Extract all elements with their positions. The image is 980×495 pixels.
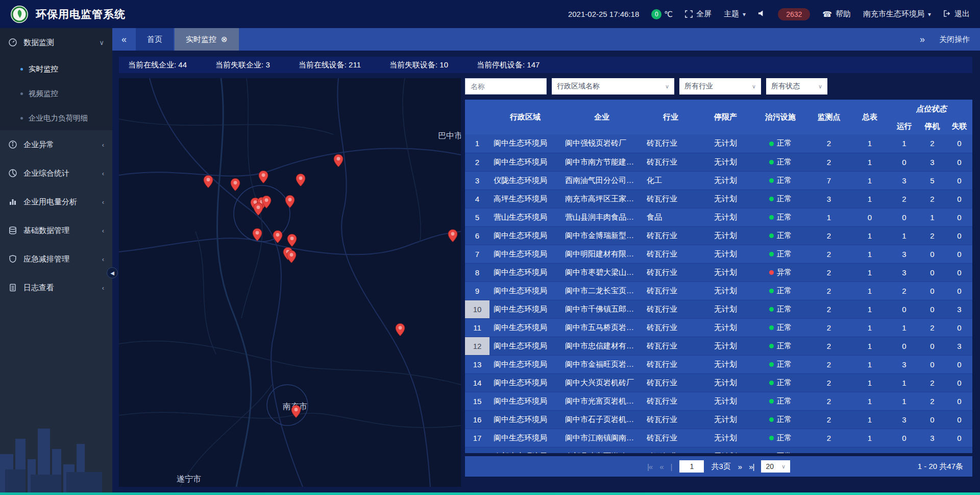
cell-lost: 0	[946, 245, 972, 263]
cell-company[interactable]: 阆中市枣碧大梁山页岩	[561, 263, 643, 281]
cell-company[interactable]: 阆中市忠信建材有限公	[561, 337, 643, 355]
map-pin[interactable]	[252, 228, 262, 243]
sidebar-group-数据监测[interactable]: 数据监测∨	[0, 28, 112, 57]
table-row[interactable]: 2阆中生态环境局阆中市南方节能建材有砖瓦行业无计划正常21030	[465, 153, 972, 171]
help-button[interactable]: ☎ 帮助	[822, 9, 851, 19]
map-pin[interactable]	[291, 405, 301, 420]
sidebar-group-企业用电量分析[interactable]: 企业用电量分析‹	[0, 187, 112, 216]
map-pin[interactable]	[273, 230, 283, 245]
map-pin[interactable]	[286, 250, 297, 265]
map-pin[interactable]	[230, 178, 240, 193]
cell-company[interactable]: 南充市高坪区王家店建	[561, 190, 643, 208]
table-row[interactable]: 7阆中生态环境局阆中明阳建材有限公司砖瓦行业无计划正常21300	[465, 245, 972, 263]
org-dropdown[interactable]: 南充市生态环境局 ▾	[863, 9, 931, 19]
table-row[interactable]: 18南部生态环境局南部县建兴页岩砖有限砖瓦行业无计划正常21030	[465, 447, 972, 453]
col-header-run[interactable]: 运行	[890, 118, 918, 134]
col-header-company[interactable]: 企业	[561, 100, 643, 134]
table-row[interactable]: 4高坪生态环境局南充市高坪区王家店建砖瓦行业无计划正常31220	[465, 190, 972, 208]
cell-company[interactable]: 阆中市五马桥页岩机砖	[561, 318, 643, 337]
map-pin[interactable]	[333, 154, 344, 169]
next-page-button[interactable]: »	[738, 462, 742, 471]
cell-company[interactable]: 阆中市金博瑞新型墙材	[561, 226, 643, 245]
table-row[interactable]: 17阆中生态环境局阆中市江南镇阆南页岩砖瓦行业无计划正常21030	[465, 429, 972, 447]
table-row[interactable]: 15阆中生态环境局阆中市光富页岩机砖厂砖瓦行业无计划正常21120	[465, 392, 972, 410]
map-pin[interactable]	[203, 175, 213, 190]
map[interactable]: 巴中市南充市遂宁市	[119, 78, 461, 487]
page-size-select[interactable]: 20 ∨	[761, 460, 790, 473]
tab-home[interactable]: 首页	[136, 28, 174, 51]
cell-company[interactable]: 阆中市千佛镇五郎垭页岩	[561, 300, 643, 318]
cell-meters: 1	[849, 300, 890, 318]
stat-label: 当前在线设备:	[299, 60, 347, 69]
fullscreen-button[interactable]: 全屏	[685, 9, 712, 19]
sidebar-group-企业综合统计[interactable]: 企业综合统计‹	[0, 159, 112, 187]
map-pin[interactable]	[448, 229, 458, 244]
sidebar-item-企业电力负荷明细[interactable]: 企业电力负荷明细	[0, 106, 112, 130]
cell-company[interactable]: 阆中市二龙长宝页岩砖	[561, 281, 643, 300]
cell-company[interactable]: 阆中大兴页岩机砖厂	[561, 373, 643, 392]
cell-company[interactable]: 阆中市江南镇阆南页岩	[561, 429, 643, 447]
sidebar-item-视频监控[interactable]: 视频监控	[0, 81, 112, 106]
table-row[interactable]: 6阆中生态环境局阆中市金博瑞新型墙材砖瓦行业无计划正常21120	[465, 226, 972, 245]
map-pin[interactable]	[258, 170, 268, 185]
status-filter-select[interactable]: 所有状态 ∨	[766, 78, 827, 95]
col-header-facility[interactable]: 治污设施	[752, 100, 808, 134]
col-header-production[interactable]: 停限产	[699, 100, 752, 134]
sidebar-collapse-button[interactable]: ◀	[107, 267, 118, 278]
sidebar-group-日志查看[interactable]: 日志查看‹	[0, 273, 112, 302]
table-row[interactable]: 5营山生态环境局营山县润丰肉食品有限食品无计划正常10010	[465, 208, 972, 226]
map-pin[interactable]	[253, 202, 263, 218]
last-page-button[interactable]: »|	[749, 462, 754, 471]
cell-company[interactable]: 西南油气田分公司川中	[561, 171, 643, 190]
col-header-lost[interactable]: 失联	[946, 118, 972, 134]
table-row[interactable]: 14阆中生态环境局阆中大兴页岩机砖厂砖瓦行业无计划正常21120	[465, 373, 972, 392]
tab-bar: « 首页 实时监控 ⊗ » 关闭操作	[112, 28, 980, 51]
theme-dropdown[interactable]: 主题 ▾	[724, 9, 746, 19]
logout-button[interactable]: 退出	[943, 9, 970, 19]
table-row[interactable]: 9阆中生态环境局阆中市二龙长宝页岩砖砖瓦行业无计划正常21200	[465, 281, 972, 300]
sidebar-item-实时监控[interactable]: 实时监控	[0, 57, 112, 81]
sidebar-group-企业异常[interactable]: 企业异常‹	[0, 130, 112, 159]
cell-company[interactable]: 阆中市金福旺页岩机砖	[561, 355, 643, 373]
tab-realtime-monitor[interactable]: 实时监控 ⊗	[175, 28, 239, 51]
tabs-scroll-left-button[interactable]: «	[112, 28, 136, 51]
map-pin[interactable]	[395, 323, 405, 338]
cell-company[interactable]: 阆中市石子页岩机砖厂	[561, 410, 643, 429]
col-header-industry[interactable]: 行业	[643, 100, 699, 134]
cell-company[interactable]: 营山县润丰肉食品有限	[561, 208, 643, 226]
sidebar-group-基础数据管理[interactable]: 基础数据管理‹	[0, 216, 112, 245]
industry-filter-select[interactable]: 所有行业 ∨	[679, 78, 761, 95]
table-row[interactable]: 3仪陇生态环境局西南油气田分公司川中化工无计划正常71350	[465, 171, 972, 190]
cell-company[interactable]: 南部县建兴页岩砖有限	[561, 447, 643, 453]
table-row[interactable]: 11阆中生态环境局阆中市五马桥页岩机砖砖瓦行业无计划正常21120	[465, 318, 972, 337]
cell-points: 3	[808, 190, 849, 208]
notice-count-badge[interactable]: 2632	[778, 8, 810, 20]
col-header-stop[interactable]: 停机	[918, 118, 946, 134]
first-page-button[interactable]: |«	[647, 462, 652, 471]
page-number-input[interactable]	[679, 460, 704, 473]
table-row[interactable]: 16阆中生态环境局阆中市石子页岩机砖厂砖瓦行业无计划正常21300	[465, 410, 972, 429]
tabs-scroll-right-button[interactable]: »	[911, 34, 934, 45]
table-row[interactable]: 12阆中生态环境局阆中市忠信建材有限公砖瓦行业无计划正常21003	[465, 337, 972, 355]
table-row[interactable]: 8阆中生态环境局阆中市枣碧大梁山页岩砖瓦行业无计划异常21300	[465, 263, 972, 281]
close-icon[interactable]: ⊗	[221, 35, 228, 44]
col-header-points[interactable]: 监测点	[808, 100, 849, 134]
name-filter-input[interactable]	[465, 78, 547, 95]
map-pin[interactable]	[296, 173, 306, 188]
sidebar-group-label: 应急减排管理	[23, 254, 96, 264]
cell-company[interactable]: 阆中强锐页岩砖厂	[561, 134, 643, 153]
col-header-meters[interactable]: 总表	[849, 100, 890, 134]
sidebar-group-应急减排管理[interactable]: 应急减排管理‹	[0, 245, 112, 273]
table-row[interactable]: 13阆中生态环境局阆中市金福旺页岩机砖砖瓦行业无计划正常21300	[465, 355, 972, 373]
prev-page-button[interactable]: «	[659, 462, 663, 471]
region-filter-select[interactable]: 行政区域名称 ∨	[552, 78, 674, 95]
cell-company[interactable]: 阆中明阳建材有限公司	[561, 245, 643, 263]
col-header-region[interactable]: 行政区域	[489, 100, 561, 134]
close-operations-button[interactable]: 关闭操作	[939, 35, 970, 44]
map-pin[interactable]	[285, 195, 295, 210]
table-row[interactable]: 10阆中生态环境局阆中市千佛镇五郎垭页岩砖瓦行业无计划正常21003	[465, 300, 972, 318]
table-row[interactable]: 1阆中生态环境局阆中强锐页岩砖厂砖瓦行业无计划正常21120	[465, 134, 972, 153]
announcement-button[interactable]	[758, 10, 766, 18]
cell-company[interactable]: 阆中市南方节能建材有	[561, 153, 643, 171]
cell-company[interactable]: 阆中市光富页岩机砖厂	[561, 392, 643, 410]
